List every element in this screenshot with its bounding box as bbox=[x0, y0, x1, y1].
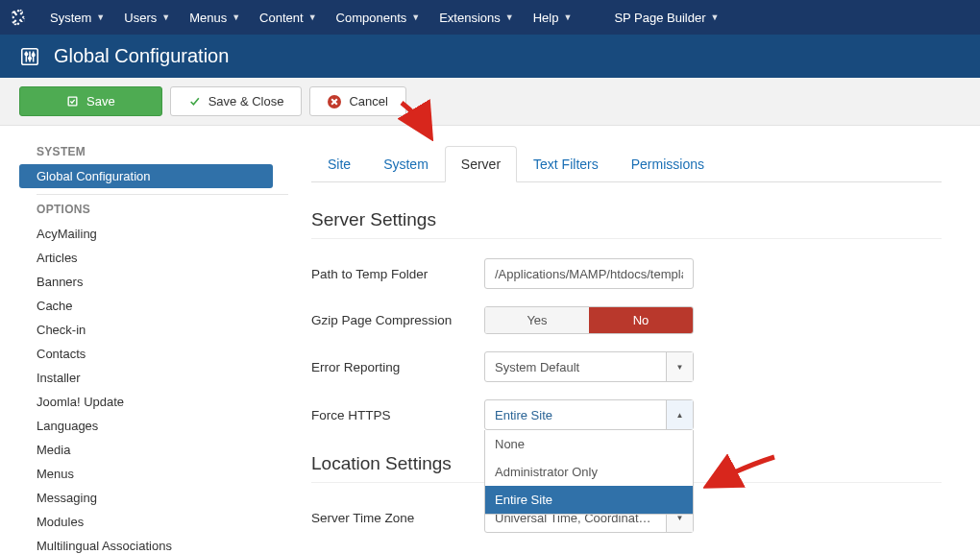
sidebar-item-menus[interactable]: Menus bbox=[19, 462, 273, 486]
content-area: SiteSystemServerText FiltersPermissions … bbox=[288, 126, 980, 554]
check-icon bbox=[188, 95, 201, 108]
top-navbar: System▼Users▼Menus▼Content▼Components▼Ex… bbox=[0, 0, 980, 35]
temp-path-input[interactable] bbox=[484, 258, 694, 289]
nav-system[interactable]: System▼ bbox=[40, 0, 114, 35]
sidebar-item-messaging[interactable]: Messaging bbox=[19, 486, 273, 510]
sidebar-item-acymailing[interactable]: AcyMailing bbox=[19, 222, 273, 246]
tab-site[interactable]: Site bbox=[311, 146, 367, 182]
equalizer-icon bbox=[17, 44, 42, 69]
save-close-button[interactable]: Save & Close bbox=[170, 86, 303, 116]
sidebar-item-contacts[interactable]: Contacts bbox=[19, 342, 273, 366]
save-close-button-label: Save & Close bbox=[208, 94, 284, 108]
caret-down-icon: ▼ bbox=[563, 12, 572, 22]
svg-point-5 bbox=[29, 57, 32, 60]
label-error-reporting: Error Reporting bbox=[311, 360, 484, 374]
cancel-button[interactable]: Cancel bbox=[309, 86, 405, 116]
title-bar: Global Configuration bbox=[0, 35, 980, 78]
label-gzip: Gzip Page Compression bbox=[311, 313, 484, 327]
svg-point-4 bbox=[25, 52, 28, 55]
force-https-option-entire-site[interactable]: Entire Site bbox=[485, 486, 693, 514]
gzip-toggle: Yes No bbox=[484, 306, 694, 334]
section-server-settings: Server Settings bbox=[311, 209, 942, 239]
caret-down-icon: ▼ bbox=[711, 12, 720, 22]
cancel-button-label: Cancel bbox=[349, 94, 387, 108]
svg-point-6 bbox=[32, 53, 35, 56]
caret-down-icon: ▼ bbox=[232, 12, 240, 22]
tab-system[interactable]: System bbox=[367, 146, 445, 182]
nav-extensions[interactable]: Extensions▼ bbox=[429, 0, 524, 35]
joomla-logo-icon bbox=[8, 7, 29, 28]
label-timezone: Server Time Zone bbox=[311, 511, 484, 525]
error-reporting-value: System Default bbox=[485, 360, 666, 374]
sidebar-item-multilingual-associations[interactable]: Multilingual Associations bbox=[19, 534, 273, 554]
caret-down-icon: ▼ bbox=[308, 12, 317, 22]
sidebar-item-media[interactable]: Media bbox=[19, 438, 273, 462]
chevron-down-icon[interactable]: ▼ bbox=[666, 352, 693, 381]
nav-users[interactable]: Users▼ bbox=[114, 0, 180, 35]
gzip-yes[interactable]: Yes bbox=[485, 307, 589, 333]
sidebar-item-joomla-update[interactable]: Joomla! Update bbox=[19, 390, 273, 414]
sidebar-item-banners[interactable]: Banners bbox=[19, 270, 273, 294]
page-title: Global Configuration bbox=[54, 45, 229, 67]
tab-server[interactable]: Server bbox=[445, 146, 517, 182]
sidebar-item-installer[interactable]: Installer bbox=[19, 366, 273, 390]
tab-permissions[interactable]: Permissions bbox=[615, 146, 721, 182]
force-https-option-administrator-only[interactable]: Administrator Only bbox=[485, 458, 693, 486]
error-reporting-select[interactable]: System Default ▼ bbox=[484, 351, 694, 382]
sidebar: SYSTEM Global Configuration OPTIONS AcyM… bbox=[0, 126, 288, 554]
tab-text-filters[interactable]: Text Filters bbox=[517, 146, 615, 182]
label-force-https: Force HTTPS bbox=[311, 408, 484, 422]
save-button-label: Save bbox=[86, 94, 115, 108]
save-button[interactable]: Save bbox=[19, 86, 162, 116]
nav-menus[interactable]: Menus▼ bbox=[180, 0, 250, 35]
sidebar-divider bbox=[37, 194, 288, 195]
nav-content[interactable]: Content▼ bbox=[250, 0, 326, 35]
chevron-up-icon[interactable]: ▲ bbox=[666, 400, 693, 429]
label-temp-path: Path to Temp Folder bbox=[311, 267, 484, 281]
caret-down-icon: ▼ bbox=[161, 12, 170, 22]
caret-down-icon: ▼ bbox=[96, 12, 105, 22]
action-toolbar: Save Save & Close Cancel bbox=[0, 78, 980, 126]
nav-components[interactable]: Components▼ bbox=[327, 0, 430, 35]
sidebar-item-global-configuration[interactable]: Global Configuration bbox=[19, 164, 273, 188]
sidebar-item-languages[interactable]: Languages bbox=[19, 414, 273, 438]
force-https-dropdown: NoneAdministrator OnlyEntire Site bbox=[484, 430, 694, 515]
sidebar-item-cache[interactable]: Cache bbox=[19, 294, 273, 318]
sidebar-item-articles[interactable]: Articles bbox=[19, 246, 273, 270]
force-https-value: Entire Site bbox=[485, 408, 666, 422]
tabs: SiteSystemServerText FiltersPermissions bbox=[311, 145, 942, 182]
cancel-icon bbox=[328, 95, 341, 108]
force-https-option-none[interactable]: None bbox=[485, 430, 693, 458]
sidebar-heading-options: OPTIONS bbox=[19, 197, 288, 222]
sidebar-item-check-in[interactable]: Check-in bbox=[19, 318, 273, 342]
nav-sp-page-builder[interactable]: SP Page Builder▼ bbox=[604, 0, 728, 35]
sidebar-heading-system: SYSTEM bbox=[19, 139, 288, 164]
caret-down-icon: ▼ bbox=[505, 12, 514, 22]
sidebar-item-modules[interactable]: Modules bbox=[19, 510, 273, 534]
force-https-select[interactable]: Entire Site ▲ NoneAdministrator OnlyEnti… bbox=[484, 399, 694, 430]
nav-help[interactable]: Help▼ bbox=[524, 0, 582, 35]
gzip-no[interactable]: No bbox=[589, 307, 693, 333]
save-icon bbox=[66, 95, 79, 108]
caret-down-icon: ▼ bbox=[411, 12, 420, 22]
